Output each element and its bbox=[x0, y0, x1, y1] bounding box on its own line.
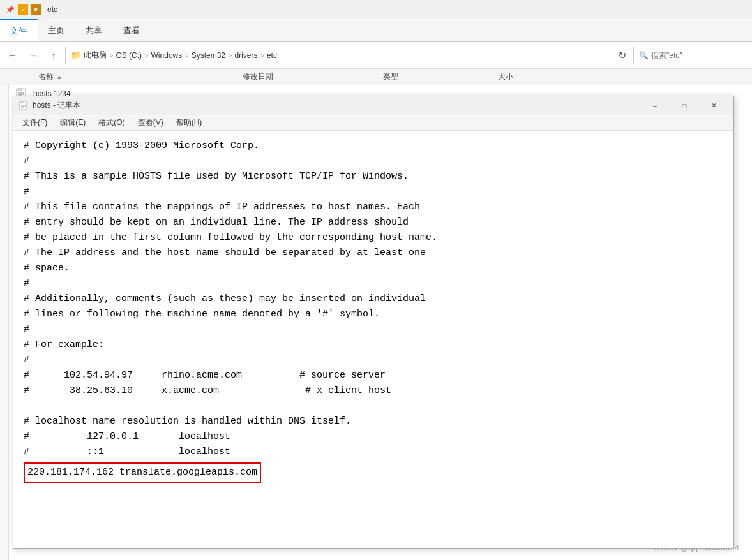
notepad-window: hosts - 记事本 − □ ✕ 文件(F) 编辑(E) 格式(O) 查看(V… bbox=[13, 96, 734, 549]
highlight-entry: 220.181.174.162 translate.googleapis.com bbox=[24, 462, 261, 483]
address-bar-area: ← → ↑ 📁 此电脑 > OS (C:) > Windows > System… bbox=[0, 42, 752, 69]
menu-help[interactable]: 帮助(H) bbox=[170, 116, 209, 129]
refresh-button[interactable]: ↻ bbox=[613, 47, 631, 64]
col-header-name[interactable]: 名称 ▲ bbox=[0, 71, 243, 82]
back-button[interactable]: ← bbox=[4, 47, 22, 64]
breadcrumb-etc: etc bbox=[267, 51, 277, 60]
col-header-size[interactable]: 大小 bbox=[498, 71, 575, 82]
title-bar: 📌 ✓ ▼ etc bbox=[0, 0, 752, 19]
sort-arrow-icon: ▲ bbox=[56, 73, 63, 80]
notepad-menu: 文件(F) 编辑(E) 格式(O) 查看(V) 帮助(H) bbox=[13, 115, 733, 131]
menu-edit[interactable]: 编辑(E) bbox=[54, 116, 92, 129]
minimize-button[interactable]: − bbox=[640, 96, 670, 115]
menu-file[interactable]: 文件(F) bbox=[16, 116, 54, 129]
breadcrumb-windows: Windows > bbox=[151, 51, 189, 60]
window-controls: − □ ✕ bbox=[640, 96, 728, 115]
notepad-title-bar: hosts - 记事本 − □ ✕ bbox=[13, 96, 733, 115]
ribbon-tab-home[interactable]: 主页 bbox=[38, 19, 75, 41]
search-box[interactable]: 🔍 bbox=[633, 47, 748, 64]
col-header-type[interactable]: 类型 bbox=[383, 71, 498, 82]
menu-view[interactable]: 查看(V) bbox=[132, 116, 170, 129]
window-title: etc bbox=[47, 5, 57, 14]
ribbon-tab-view[interactable]: 查看 bbox=[113, 19, 151, 41]
forward-button[interactable]: → bbox=[24, 47, 42, 64]
content-text: # Copyright (c) 1993-2009 Microsoft Corp… bbox=[24, 138, 723, 460]
svg-rect-6 bbox=[20, 101, 24, 103]
breadcrumb-system32: System32 > bbox=[192, 51, 232, 60]
menu-format[interactable]: 格式(O) bbox=[92, 116, 131, 129]
left-panel bbox=[0, 85, 9, 560]
maximize-button[interactable]: □ bbox=[670, 96, 699, 115]
up-button[interactable]: ↑ bbox=[45, 47, 63, 64]
check-icon: ✓ bbox=[18, 4, 28, 15]
folder-icon: ▼ bbox=[31, 4, 41, 15]
address-folder-icon: 📁 bbox=[71, 50, 81, 60]
notepad-title: hosts - 记事本 bbox=[33, 100, 640, 111]
column-headers: 名称 ▲ 修改日期 类型 大小 bbox=[0, 69, 752, 85]
address-bar[interactable]: 📁 此电脑 > OS (C:) > Windows > System32 > d… bbox=[65, 47, 610, 64]
notepad-content[interactable]: # Copyright (c) 1993-2009 Microsoft Corp… bbox=[13, 131, 733, 548]
close-button[interactable]: ✕ bbox=[699, 96, 728, 115]
search-icon: 🔍 bbox=[639, 51, 649, 60]
ribbon-tab-file[interactable]: 文件 bbox=[0, 19, 38, 41]
breadcrumb-drivers: drivers > bbox=[234, 51, 264, 60]
svg-rect-1 bbox=[17, 89, 22, 91]
breadcrumb-c: OS (C:) > bbox=[116, 51, 148, 60]
search-input[interactable] bbox=[651, 51, 742, 60]
ribbon: 文件 主页 共享 查看 bbox=[0, 19, 752, 42]
breadcrumb-pc: 此电脑 > bbox=[84, 50, 113, 61]
ribbon-tab-share[interactable]: 共享 bbox=[75, 19, 113, 41]
notepad-app-icon bbox=[19, 101, 29, 111]
col-header-modified[interactable]: 修改日期 bbox=[243, 71, 383, 82]
pin-icon: 📌 bbox=[5, 4, 15, 15]
